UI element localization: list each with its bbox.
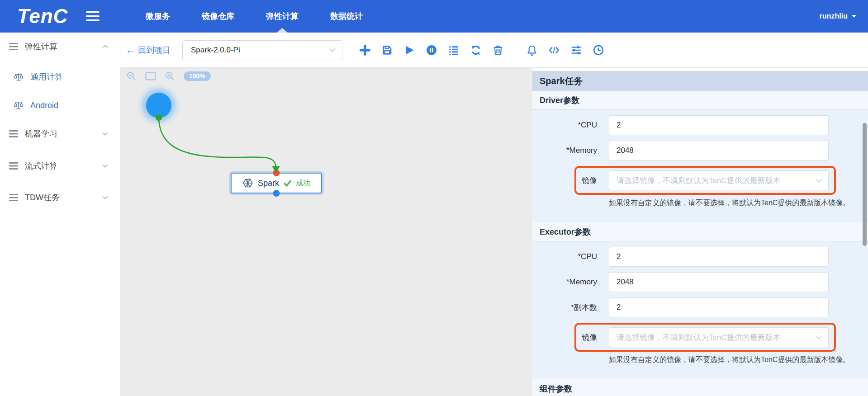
- list-icon: [9, 194, 18, 201]
- chevron-down-icon: [102, 164, 108, 168]
- executor-image-placeholder: 请选择镜像，不填则默认为TenC提供的最新版本: [617, 332, 816, 343]
- driver-image-label: 镜像: [576, 175, 597, 186]
- sidebar-item-android[interactable]: Android: [0, 96, 120, 114]
- node-input-port[interactable]: [273, 170, 280, 176]
- panel-body: Driver参数 *CPU *Memory 镜像 请选择镜像，不填则默认为Ten…: [532, 91, 868, 396]
- panel-title: Spark任务: [532, 71, 868, 91]
- main-nav: 微服务 镜像仓库 弹性计算 数据统计: [146, 0, 363, 33]
- workflow-toolbar: ← 回到项目 Spark-2.0.0-Pi: [120, 33, 868, 68]
- driver-memory-input[interactable]: [609, 141, 829, 160]
- executor-image-helper-text: 如果没有自定义的镜像，请不要选择，将默认为TenC提供的最新版本镜像。: [609, 355, 868, 365]
- panel-scrollbar[interactable]: [863, 123, 867, 246]
- driver-cpu-label: *CPU: [532, 121, 597, 130]
- sidebar-item-machine-learning[interactable]: 机器学习: [0, 125, 120, 143]
- run-button[interactable]: [404, 45, 415, 56]
- executor-memory-input[interactable]: [609, 272, 829, 292]
- executor-cpu-row: *CPU: [532, 247, 868, 267]
- add-node-button[interactable]: [360, 45, 370, 56]
- fit-view-button[interactable]: [145, 72, 156, 80]
- driver-cpu-row: *CPU: [532, 115, 868, 135]
- executor-section: *CPU *Memory *副本数 镜像 请选择镜像，不填则默认为TenC提供的…: [532, 241, 868, 365]
- chevron-up-icon: [102, 45, 108, 48]
- parameters-button[interactable]: [571, 45, 582, 56]
- executor-image-label: 镜像: [576, 332, 597, 343]
- driver-memory-label: *Memory: [532, 146, 597, 155]
- chevron-down-icon: [816, 179, 822, 183]
- tenc-logo[interactable]: TenC: [17, 5, 68, 28]
- chevron-down-icon: [329, 48, 336, 52]
- pause-button[interactable]: [426, 45, 437, 56]
- list-icon: [9, 43, 18, 50]
- executor-memory-row: *Memory: [532, 272, 868, 292]
- clock-icon: [593, 45, 604, 56]
- sidebar-item-general-computing[interactable]: 通用计算: [0, 68, 120, 86]
- sliders-icon: [571, 45, 582, 56]
- user-menu[interactable]: runzhliu: [820, 0, 856, 33]
- balance-scale-icon: [14, 72, 24, 81]
- executor-image-row: 镜像 请选择镜像，不填则默认为TenC提供的最新版本: [576, 327, 829, 347]
- refresh-button[interactable]: [470, 45, 481, 56]
- executor-cpu-label: *CPU: [532, 252, 597, 261]
- driver-image-placeholder: 请选择镜像，不填则默认为TenC提供的最新版本: [617, 175, 816, 186]
- sidebar-item-tdw-tasks[interactable]: TDW任务: [0, 189, 120, 207]
- play-icon: [404, 45, 415, 56]
- nav-microservices[interactable]: 微服务: [146, 0, 170, 33]
- balance-scale-icon: [14, 101, 24, 110]
- zoom-level-badge: 100%: [184, 71, 211, 81]
- nav-data-statistics[interactable]: 数据统计: [330, 0, 363, 33]
- executor-cpu-input[interactable]: [609, 247, 829, 267]
- trash-icon: [493, 45, 503, 56]
- driver-image-highlight-annotation: 镜像 请选择镜像，不填则默认为TenC提供的最新版本: [574, 166, 836, 195]
- toolbar-divider: [515, 45, 515, 56]
- back-to-project-link[interactable]: ← 回到项目: [126, 45, 171, 56]
- zoom-out-button[interactable]: [127, 71, 136, 81]
- spark-task-node[interactable]: Spark 成功: [231, 173, 322, 193]
- driver-memory-row: *Memory: [532, 141, 868, 160]
- executor-replicas-row: *副本数: [532, 297, 868, 317]
- nav-image-registry[interactable]: 镜像仓库: [202, 0, 234, 33]
- notification-button[interactable]: [526, 45, 537, 56]
- section-title-component: 组件参数: [532, 379, 868, 396]
- pipeline-select[interactable]: Spark-2.0.0-Pi: [182, 40, 342, 60]
- save-icon: [382, 45, 393, 56]
- sidebar: 弹性计算 通用计算 Android 机器学习: [0, 33, 120, 396]
- task-config-panel: Spark任务 Driver参数 *CPU *Memory 镜像 请选择镜像，不…: [532, 68, 868, 396]
- executor-image-select[interactable]: 请选择镜像，不填则默认为TenC提供的最新版本: [609, 327, 829, 347]
- nav-elastic-computing[interactable]: 弹性计算: [266, 0, 299, 33]
- chevron-down-icon: [852, 15, 856, 18]
- driver-image-helper-text: 如果没有自定义的镜像，请不要选择，将默认为TenC提供的最新版本镜像。: [609, 198, 868, 208]
- sidebar-item-stream-computing[interactable]: 流式计算: [0, 157, 120, 175]
- hexagon-component-icon: [242, 178, 253, 189]
- workflow-canvas[interactable]: 100% Spark 成功: [120, 68, 532, 396]
- save-button[interactable]: [382, 45, 393, 56]
- section-title-executor: Executor参数: [532, 222, 868, 241]
- history-button[interactable]: [593, 45, 604, 56]
- delete-button[interactable]: [493, 45, 503, 56]
- start-node-output-port[interactable]: [156, 114, 162, 121]
- executor-image-highlight-annotation: 镜像 请选择镜像，不填则默认为TenC提供的最新版本: [574, 323, 836, 352]
- driver-section: *CPU *Memory 镜像 请选择镜像，不填则默认为TenC提供的最新版本: [532, 110, 868, 208]
- node-output-port[interactable]: [273, 190, 280, 197]
- top-navigation-bar: TenC 微服务 镜像仓库 弹性计算 数据统计 runzhliu: [0, 0, 868, 33]
- connection-edge: [120, 68, 532, 396]
- chevron-down-icon: [816, 335, 822, 339]
- driver-cpu-input[interactable]: [609, 115, 829, 135]
- pause-icon: [426, 45, 437, 56]
- sidebar-item-elastic-computing[interactable]: 弹性计算: [0, 38, 120, 56]
- zoom-in-button[interactable]: [165, 71, 175, 81]
- back-arrow-icon: ←: [126, 46, 135, 55]
- check-icon: [284, 180, 291, 187]
- executor-replicas-input[interactable]: [609, 297, 829, 317]
- plus-icon: [360, 45, 370, 56]
- chevron-down-icon: [102, 196, 108, 199]
- code-icon: [549, 45, 560, 56]
- magnifier-minus-icon: [127, 71, 136, 81]
- driver-image-row: 镜像 请选择镜像，不填则默认为TenC提供的最新版本: [576, 170, 829, 190]
- task-list-button[interactable]: [448, 45, 459, 56]
- section-title-driver: Driver参数: [532, 91, 868, 110]
- hamburger-icon: [86, 11, 100, 21]
- driver-image-select[interactable]: 请选择镜像，不填则默认为TenC提供的最新版本: [609, 170, 829, 190]
- code-view-button[interactable]: [549, 45, 560, 56]
- menu-toggle-button[interactable]: [86, 11, 100, 21]
- node-status-badge: 成功: [296, 179, 310, 188]
